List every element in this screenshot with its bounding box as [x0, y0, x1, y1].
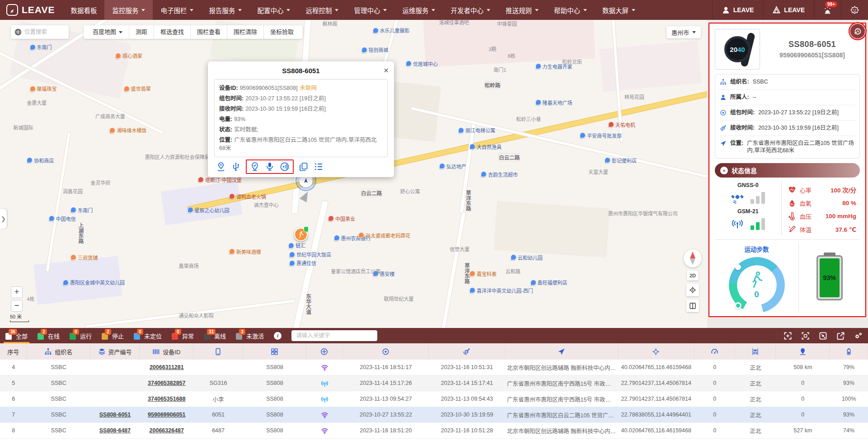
nav-item-1[interactable]: 数据看板 — [63, 0, 104, 20]
map-tool-5[interactable]: 坐标拾取 — [263, 25, 300, 39]
broadcast-icon[interactable] — [280, 162, 290, 172]
map-tool-2[interactable]: 框选查找 — [154, 25, 190, 39]
nav-item-4[interactable]: 报告服务 — [201, 0, 249, 20]
filter-tab-3[interactable]: 0运行 — [70, 328, 92, 343]
table-header-no[interactable]: 序号 — [0, 343, 27, 360]
org-menu[interactable]: LEAVE — [763, 0, 814, 20]
nav-item-9[interactable]: 开发者中心 — [443, 0, 498, 20]
nav-item-8[interactable]: 运维服务 — [394, 0, 443, 20]
map-pin-icon — [535, 63, 541, 69]
map-road-label: 白云二路 — [498, 153, 520, 161]
cell-device_id[interactable]: 20066326487 — [140, 427, 193, 434]
microphone-icon[interactable] — [265, 162, 275, 172]
alarm-button[interactable]: 99+ — [814, 0, 841, 20]
map-poi: 林苑花园 — [624, 93, 644, 100]
table-header-signal[interactable] — [306, 343, 343, 360]
compass-control[interactable] — [684, 249, 702, 267]
table-header-model[interactable] — [243, 343, 306, 360]
table-header-coords[interactable] — [618, 343, 694, 360]
table-row-6[interactable]: 6SSBC374065351688小李SS8082023-11-13 09:54… — [0, 391, 868, 407]
table-header-address[interactable] — [505, 343, 618, 360]
filter-tab-6[interactable]: 0异常 — [172, 328, 194, 343]
map-poi-label: 嘉宝科素 — [477, 270, 497, 277]
filter-tab-8[interactable]: 3未激活 — [236, 328, 264, 343]
panel-device-id: 959069906051[SS808] — [765, 51, 860, 59]
city-selector[interactable]: 惠州市 — [666, 26, 701, 38]
table-header-direction[interactable] — [735, 343, 776, 360]
table-header-battery[interactable] — [830, 343, 868, 360]
map-type-select[interactable]: 百度地图 — [86, 25, 129, 39]
nav-item-10[interactable]: 推送规则 — [498, 0, 546, 20]
track-playback-icon[interactable] — [216, 162, 226, 172]
map-2d-toggle[interactable]: 2D — [687, 271, 699, 281]
locate-check-icon[interactable] — [250, 162, 260, 172]
table-header-mileage[interactable] — [776, 343, 830, 360]
filter-tab-2[interactable]: 2在线 — [38, 328, 60, 343]
expand-icon[interactable] — [784, 332, 792, 340]
table-row-5[interactable]: 5SSBC374065382857SG316SS8082023-11-14 15… — [0, 375, 868, 391]
cell-name: 小李 — [193, 395, 243, 403]
keyword-search-input[interactable] — [291, 330, 377, 341]
panel-info-value: 2023-10-30 15:19:59 [16日之前] — [758, 124, 839, 132]
nav-item-2[interactable]: 监控服务 — [104, 0, 153, 20]
cell-asset[interactable]: SS808-6051 — [90, 412, 140, 418]
support-button[interactable] — [841, 0, 868, 20]
brand[interactable]: LEAVE — [0, 0, 63, 20]
cell-coords: 40.02064765,116.46159468 — [618, 427, 694, 434]
filter-tab-1[interactable]: 36全部 — [5, 328, 28, 343]
map-search-box[interactable] — [11, 25, 69, 39]
map-search-input[interactable] — [24, 29, 62, 35]
device-status-icon: 0 — [172, 332, 179, 340]
cell-asset[interactable]: SS808-6487 — [90, 427, 140, 434]
table-header-org[interactable]: 组织名 — [27, 343, 90, 360]
filter-tab-7[interactable]: 31离线 — [204, 328, 226, 343]
history-button[interactable] — [849, 23, 866, 39]
table-row-4[interactable]: 4SSBC20066311281SS8082023-11-16 18:51:17… — [0, 360, 868, 375]
table-row-8[interactable]: 8SSBCSS808-6487200663264876487SS8082023-… — [0, 423, 868, 439]
popup-info-row: 电量:93% — [219, 114, 383, 124]
table-header-speed[interactable] — [694, 343, 735, 360]
vitals-column: 心率100 次/分O₂血氧80 %血压100 mmHg体温37.6 ℃ — [782, 181, 860, 236]
filter-tab-5[interactable]: 0未定位 — [134, 328, 162, 343]
cell-device_id[interactable]: 20066311281 — [140, 364, 193, 370]
table-header-name[interactable] — [193, 343, 243, 360]
map-pin-icon — [30, 86, 36, 92]
map-tool-1[interactable]: 测距 — [129, 25, 154, 39]
nav-item-11[interactable]: 帮助中心 — [546, 0, 595, 20]
nav-item-6[interactable]: 远程控制 — [298, 0, 346, 20]
caret-down-icon — [692, 31, 696, 33]
map-tool-4[interactable]: 围栏清除 — [227, 25, 263, 39]
map-tool-3[interactable]: 围栏查看 — [190, 25, 227, 39]
table-header-device_id[interactable]: 设备ID — [140, 343, 193, 360]
map-canvas[interactable]: 东南门顺心酒家聚福珠宝金惠大厦盛世翡翠新城国际广成商务大厦湘味缘木桶饭协和商店金… — [0, 20, 707, 328]
filter-tab-4[interactable]: 2停止 — [102, 328, 124, 343]
fullscreen-icon[interactable] — [801, 332, 810, 340]
usb-connect-icon[interactable] — [231, 162, 241, 172]
copy-icon[interactable] — [299, 162, 309, 172]
cell-device_id[interactable]: 374065351688 — [140, 396, 193, 402]
table-header-pack_time[interactable] — [343, 343, 429, 360]
collapse-window-icon[interactable] — [819, 332, 827, 340]
settings-gears-icon[interactable] — [854, 332, 863, 340]
export-icon[interactable] — [836, 332, 845, 340]
detail-list-icon[interactable] — [314, 162, 324, 172]
locate-button[interactable] — [686, 284, 699, 296]
table-row-7[interactable]: 7SSBCSS808-60519590699060516051SS8082023… — [0, 407, 868, 423]
table-header-recv_time[interactable] — [429, 343, 505, 360]
panel-expand-handle[interactable]: ❯ — [0, 209, 7, 229]
split-view-button[interactable] — [686, 300, 699, 312]
table-header-asset[interactable]: 资产编号 — [90, 343, 140, 360]
cell-device_id[interactable]: 959069906051 — [140, 412, 193, 418]
user-menu[interactable]: LEAVE — [712, 0, 763, 20]
popup-close-button[interactable]: × — [384, 66, 389, 75]
nav-item-12[interactable]: 数据大屏 — [595, 0, 643, 20]
zoom-out-button[interactable]: − — [11, 300, 23, 312]
cell-device_id[interactable]: 374065382857 — [140, 380, 193, 386]
info-icon[interactable]: i — [274, 332, 282, 340]
nav-item-5[interactable]: 配置中心 — [249, 0, 298, 20]
nav-item-3[interactable]: 电子围栏 — [153, 0, 201, 20]
device-marker[interactable] — [294, 228, 308, 241]
map-poi: 惠通佳信 — [289, 259, 316, 267]
zoom-in-button[interactable]: + — [11, 286, 23, 298]
nav-item-7[interactable]: 管理中心 — [346, 0, 394, 20]
